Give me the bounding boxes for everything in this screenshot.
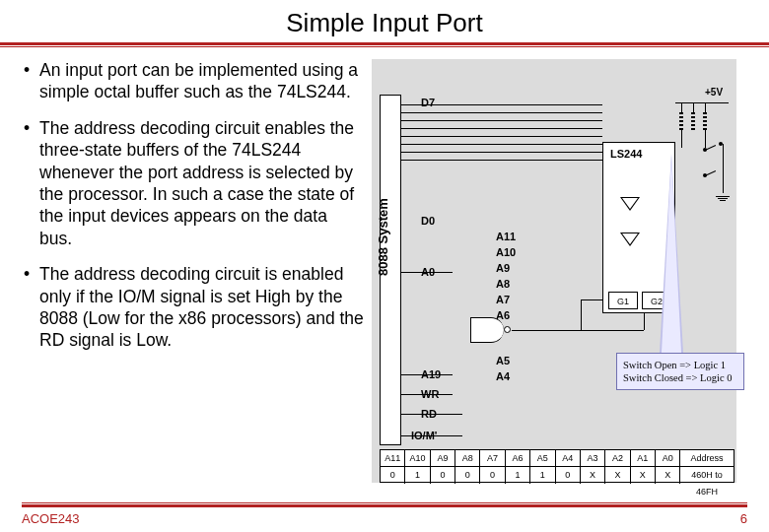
- signal-a10: A10: [496, 246, 516, 258]
- circuit-diagram: 8088 System D7 D0 A0 A19 WR RD IO/M' A11…: [364, 59, 751, 493]
- wire: [675, 102, 729, 103]
- ground-icon: [716, 195, 730, 202]
- wire: [401, 414, 462, 415]
- bus-line: [401, 128, 602, 129]
- wire: [581, 299, 582, 330]
- addr-head: A2: [605, 450, 630, 466]
- addr-head: A3: [581, 450, 605, 466]
- title-rule-thick: [0, 42, 769, 45]
- addr-val: 0: [455, 467, 480, 484]
- resistor-icon: [679, 112, 683, 130]
- wire: [401, 394, 453, 395]
- wire: [693, 102, 694, 112]
- wire: [512, 330, 581, 331]
- signal-a9: A9: [496, 262, 510, 274]
- bus-line: [401, 160, 602, 161]
- signal-a8: A8: [496, 278, 510, 290]
- wire: [705, 102, 706, 112]
- address-table: A11 A10 A9 A8 A7 A6 A5 A4 A3 A2 A1 A0 Ad…: [380, 449, 734, 483]
- addr-head: A0: [656, 450, 680, 466]
- wire: [681, 130, 682, 148]
- chip-label: LS244: [610, 148, 642, 160]
- callout-pointer-icon: [660, 154, 683, 353]
- vcc-label: +5V: [705, 87, 723, 98]
- callout-line: Switch Open => Logic 1: [623, 359, 737, 371]
- nand-gate-icon: [470, 317, 504, 343]
- addr-head: Address: [680, 450, 734, 466]
- addr-val: X: [605, 467, 630, 484]
- addr-val: X: [631, 467, 656, 484]
- bullet-list: An input port can be implemented using a…: [24, 59, 364, 493]
- signal-a11: A11: [496, 231, 516, 242]
- tristate-buffer-icon: [620, 233, 640, 246]
- bus-line: [401, 120, 602, 121]
- wire: [723, 144, 724, 193]
- signal-d0: D0: [421, 215, 435, 227]
- addr-val: 0: [381, 467, 405, 484]
- wire: [401, 435, 462, 436]
- addr-head: A9: [431, 450, 455, 466]
- addr-head: A5: [530, 450, 555, 466]
- nand-bubble-icon: [504, 326, 511, 333]
- addr-val: 1: [405, 467, 430, 484]
- bullet-item: The address decoding circuit is enabled …: [24, 263, 364, 352]
- wire: [401, 272, 453, 273]
- addr-head: A11: [381, 450, 405, 466]
- footer-rule-thick: [22, 504, 747, 507]
- wire: [681, 102, 682, 112]
- slide-title: Simple Input Port: [0, 0, 769, 42]
- switch-logic-callout: Switch Open => Logic 1 Switch Closed => …: [616, 353, 744, 390]
- wire: [705, 130, 706, 148]
- addr-head: A4: [556, 450, 581, 466]
- bus-line: [401, 112, 602, 113]
- bullet-item: An input port can be implemented using a…: [24, 59, 364, 103]
- addr-val: 460H to 46FH: [680, 467, 734, 484]
- signal-d7: D7: [421, 97, 435, 108]
- footer-course: ACOE243: [22, 511, 80, 526]
- addr-head: A6: [506, 450, 530, 466]
- bus-line: [401, 152, 602, 153]
- addr-head: A1: [631, 450, 656, 466]
- tristate-buffer-icon: [620, 197, 640, 211]
- slide-number: 6: [740, 511, 747, 526]
- bus-line: [401, 144, 602, 145]
- bullet-item: The address decoding circuit enables the…: [24, 117, 364, 249]
- g1-box: G1: [608, 292, 638, 309]
- addr-val: 1: [506, 467, 530, 484]
- addr-head: A10: [405, 450, 430, 466]
- signal-a7: A7: [496, 294, 510, 305]
- system-label: 8088 System: [376, 198, 390, 276]
- resistor-icon: [691, 112, 695, 130]
- title-rule-thin: [0, 46, 769, 47]
- signal-a4: A4: [496, 370, 510, 382]
- addr-val: 0: [556, 467, 581, 484]
- content-row: An input port can be implemented using a…: [0, 59, 769, 493]
- address-table-values: 0 1 0 0 0 1 1 0 X X X X 460H to 46FH: [381, 467, 734, 484]
- bus-line: [401, 136, 602, 137]
- signal-a5: A5: [496, 355, 510, 366]
- callout-line: Switch Closed => Logic 0: [623, 371, 737, 384]
- addr-val: 1: [530, 467, 555, 484]
- addr-head: A8: [455, 450, 480, 466]
- addr-val: X: [581, 467, 605, 484]
- resistor-icon: [703, 112, 707, 130]
- addr-val: 0: [431, 467, 455, 484]
- slide-footer: ACOE243 6: [0, 502, 769, 526]
- footer-rule-thin: [22, 502, 747, 503]
- addr-val: 0: [480, 467, 505, 484]
- addr-head: A7: [480, 450, 505, 466]
- wire: [401, 374, 453, 375]
- wire: [581, 330, 644, 331]
- addr-val: X: [656, 467, 680, 484]
- address-table-header: A11 A10 A9 A8 A7 A6 A5 A4 A3 A2 A1 A0 Ad…: [381, 450, 734, 467]
